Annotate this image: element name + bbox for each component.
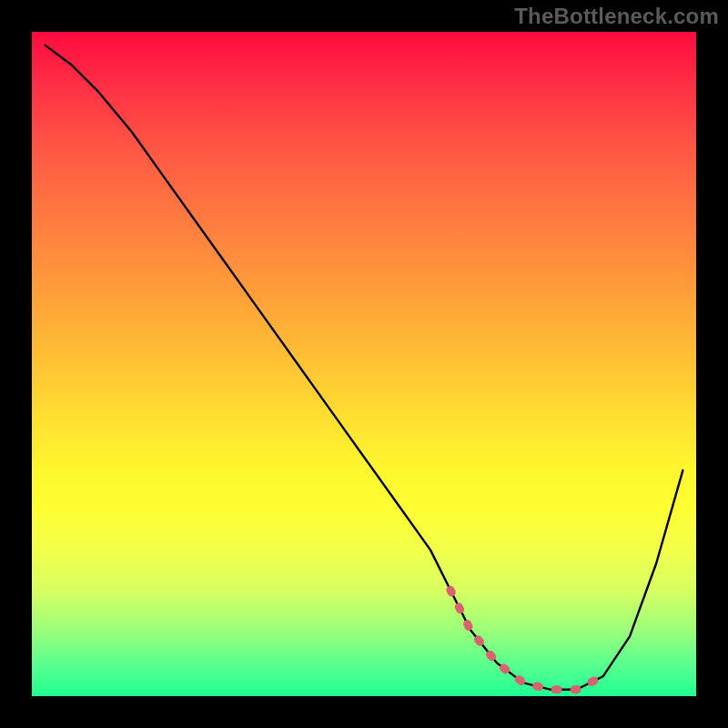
- watermark-text: TheBottleneck.com: [514, 4, 719, 29]
- chart-svg: [32, 32, 696, 696]
- plot-area: [32, 32, 696, 696]
- highlight-line: [450, 590, 603, 690]
- chart-frame: TheBottleneck.com: [0, 0, 728, 728]
- curve-line: [46, 46, 683, 690]
